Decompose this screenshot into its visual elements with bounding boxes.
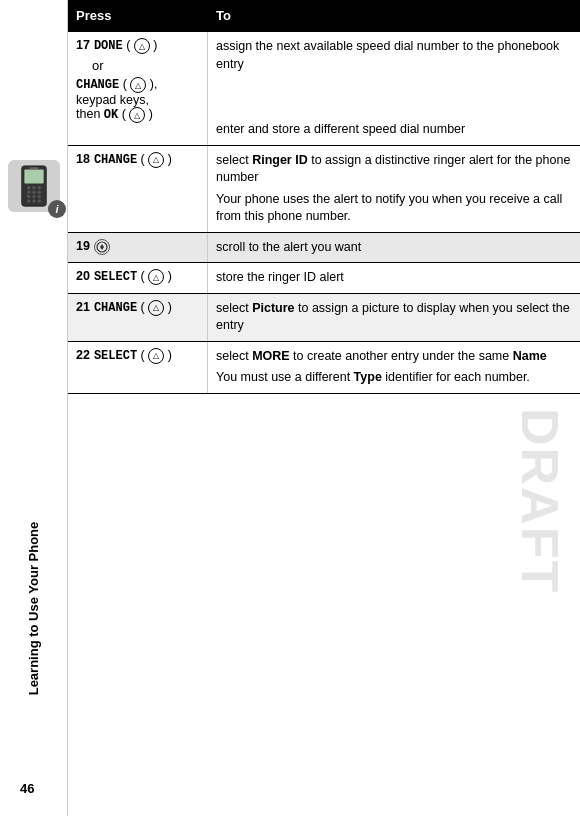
row-20-press: 20 SELECT ( △ ): [76, 269, 199, 285]
to-col-21: select Picture to assign a picture to di…: [208, 294, 580, 341]
svg-point-3: [32, 186, 36, 190]
select-icon-20: △: [148, 269, 164, 285]
row-num-20: 20: [76, 269, 90, 283]
paren3-17: (: [122, 107, 126, 121]
to-text-20: store the ringer ID alert: [216, 270, 344, 284]
table-row: 19 scroll to the alert you want: [68, 233, 580, 264]
paren-21: (: [141, 300, 145, 314]
table-header: Press To: [68, 0, 580, 31]
spacer-17: [216, 73, 572, 121]
paren-close-17: ): [153, 38, 157, 52]
to-text-22b: You must use a different Type identifier…: [216, 369, 572, 387]
done-key: DONE: [94, 39, 123, 53]
row-17-press: 17 DONE ( △ ): [76, 38, 199, 54]
paren-open-17: (: [126, 38, 130, 52]
ringer-id-bold: Ringer ID: [252, 153, 308, 167]
table-row: 20 SELECT ( △ ) store the ringer ID aler…: [68, 263, 580, 294]
svg-point-12: [32, 199, 36, 203]
row-20-key: SELECT ( △ ): [94, 269, 172, 285]
table-row: 22 SELECT ( △ ) select MORE to create an…: [68, 342, 580, 394]
phone-icon: [16, 165, 52, 207]
to-col-22: select MORE to create another entry unde…: [208, 342, 580, 393]
then-label: then: [76, 107, 104, 121]
paren-close-22: ): [168, 348, 172, 362]
svg-marker-17: [100, 247, 104, 250]
row-num-18: 18: [76, 152, 90, 166]
draft-watermark: DRAFT: [510, 408, 570, 594]
ok-icon: △: [129, 107, 145, 123]
paren-22: (: [141, 348, 145, 362]
paren-close-20: ): [168, 269, 172, 283]
paren-close-21: ): [168, 300, 172, 314]
change-key-18: CHANGE: [94, 153, 137, 167]
to-col-20: store the ringer ID alert: [208, 263, 580, 293]
svg-point-9: [32, 195, 36, 199]
header-press: Press: [68, 4, 208, 27]
press-col-22: 22 SELECT ( △ ): [68, 342, 208, 393]
row-num-19: 19: [76, 239, 90, 253]
sidebar-label-wrap: Learning to Use Your Phone: [0, 601, 68, 616]
header-to: To: [208, 4, 580, 27]
svg-rect-1: [24, 169, 43, 183]
to-col-17: assign the next available speed dial num…: [208, 32, 580, 145]
select-key-20: SELECT: [94, 270, 137, 284]
table-row: 21 CHANGE ( △ ) select Picture to assign…: [68, 294, 580, 342]
paren4-17: ): [149, 107, 153, 121]
row-17-sub: CHANGE ( △ ), keypad keys, then OK ( △ ): [76, 77, 199, 123]
picture-bold: Picture: [252, 301, 294, 315]
change-icon-18: △: [148, 152, 164, 168]
select-icon-22: △: [148, 348, 164, 364]
svg-point-11: [27, 199, 31, 203]
row-19-press: 19: [76, 239, 199, 255]
to-col-18: select Ringer ID to assign a distinctive…: [208, 146, 580, 232]
svg-point-10: [38, 195, 42, 199]
row-num-21: 21: [76, 300, 90, 314]
row-17-key: DONE ( △ ): [94, 38, 158, 54]
keypad-label: keypad keys,: [76, 93, 149, 107]
paren-close-18: ): [168, 152, 172, 166]
table-row: 17 DONE ( △ ) or CHANGE ( △ ), keypad ke…: [68, 31, 580, 146]
main-content: Press To 17 DONE ( △ ) or CHANGE ( △ ),: [68, 0, 580, 816]
row-22-key: SELECT ( △ ): [94, 348, 172, 364]
more-bold: MORE: [252, 349, 290, 363]
table-row: 18 CHANGE ( △ ) select Ringer ID to assi…: [68, 146, 580, 233]
name-bold: Name: [513, 349, 547, 363]
svg-point-6: [32, 190, 36, 194]
ok-key: OK: [104, 108, 118, 122]
row-18-key: CHANGE ( △ ): [94, 152, 172, 168]
page-number: 46: [20, 781, 34, 796]
row-21-press: 21 CHANGE ( △ ): [76, 300, 199, 316]
paren-18: (: [141, 152, 145, 166]
press-col-17: 17 DONE ( △ ) or CHANGE ( △ ), keypad ke…: [68, 32, 208, 145]
paren-20: (: [141, 269, 145, 283]
svg-point-7: [38, 190, 42, 194]
paren2-17: (: [123, 77, 127, 91]
press-col-21: 21 CHANGE ( △ ): [68, 294, 208, 341]
to-text-17b: enter and store a different speed dial n…: [216, 122, 465, 136]
svg-point-8: [27, 195, 31, 199]
row-21-key: CHANGE ( △ ): [94, 300, 172, 316]
change-icon-17: △: [130, 77, 146, 93]
sidebar: Learning to Use Your Phone: [0, 0, 68, 816]
change-icon-21: △: [148, 300, 164, 316]
phone-icon-area: i: [0, 160, 68, 212]
phone-icon-container: i: [8, 160, 60, 212]
or-label: or: [76, 58, 199, 73]
type-bold: Type: [354, 370, 382, 384]
svg-point-13: [38, 199, 42, 203]
svg-point-5: [27, 190, 31, 194]
to-text-18a: select Ringer ID to assign a distinctive…: [216, 153, 570, 185]
change-key-21: CHANGE: [94, 301, 137, 315]
to-text-18b: Your phone uses the alert to notify you …: [216, 191, 572, 226]
press-col-18: 18 CHANGE ( △ ): [68, 146, 208, 232]
row-22-press: 22 SELECT ( △ ): [76, 348, 199, 364]
comma-17: ),: [150, 77, 158, 91]
to-text-22a: select MORE to create another entry unde…: [216, 349, 547, 363]
sidebar-label: Learning to Use Your Phone: [27, 522, 42, 696]
row-18-press: 18 CHANGE ( △ ): [76, 152, 199, 168]
scroll-icon-19: [94, 239, 110, 255]
select-key-22: SELECT: [94, 349, 137, 363]
svg-point-4: [38, 186, 42, 190]
change-key-17: CHANGE: [76, 78, 119, 92]
to-text-19: scroll to the alert you want: [216, 240, 361, 254]
